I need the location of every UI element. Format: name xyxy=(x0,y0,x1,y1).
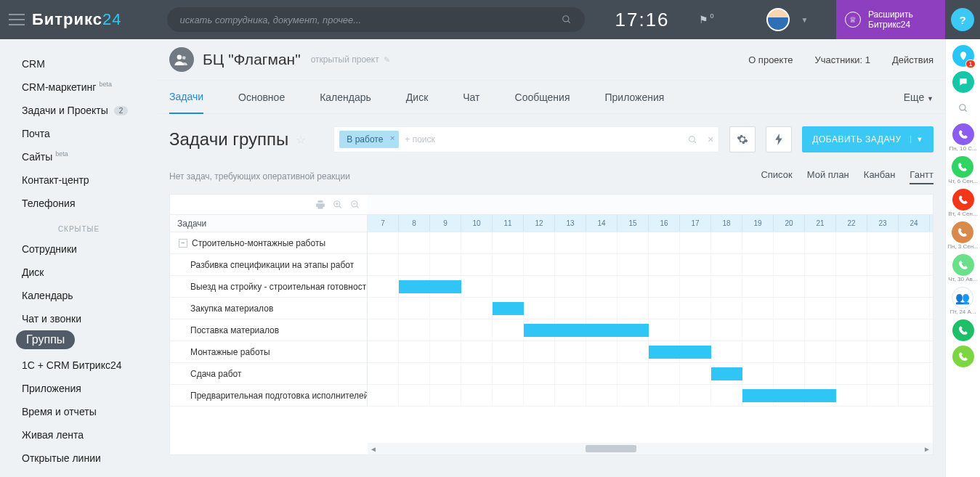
nav-item[interactable]: 1С + CRM Битрикс24 xyxy=(0,354,158,377)
nav-item[interactable]: Сотрудники xyxy=(0,237,158,261)
rail-item[interactable] xyxy=(952,97,974,119)
chip-remove-icon[interactable]: × xyxy=(390,134,394,142)
gantt-day: 11 xyxy=(493,215,524,232)
scroll-thumb[interactable] xyxy=(586,445,636,452)
nav-item[interactable]: Сайтыbeta xyxy=(0,145,158,168)
global-search[interactable] xyxy=(167,7,585,32)
gantt-timeline-row[interactable] xyxy=(368,341,933,363)
edit-icon[interactable]: ✎ xyxy=(384,55,390,65)
gantt-scrollbar[interactable]: ◄ ► xyxy=(368,443,933,454)
nav-item[interactable]: Телефония xyxy=(0,192,158,215)
help-button[interactable]: ? xyxy=(951,8,974,31)
chevron-down-icon[interactable]: ▼ xyxy=(910,136,923,143)
nav-item[interactable]: Диск xyxy=(0,261,158,284)
gantt-task-row[interactable]: Монтажные работы xyxy=(170,341,367,363)
project-title: БЦ "Флагман" xyxy=(203,51,301,68)
gantt-timeline[interactable]: 789101112131415161718192021222324 xyxy=(368,195,933,454)
gantt-bar[interactable] xyxy=(493,302,524,315)
nav-item[interactable]: Приложения xyxy=(0,377,158,400)
gantt-timeline-row[interactable] xyxy=(368,298,933,319)
add-task-button[interactable]: ДОБАВИТЬ ЗАДАЧУ▼ xyxy=(802,126,934,152)
gantt-task-row[interactable]: Выезд на стройку - строительная готовнос… xyxy=(170,276,367,298)
gantt-timeline-row[interactable] xyxy=(368,363,933,385)
gantt-task-row[interactable]: Закупка материалов xyxy=(170,298,367,319)
tab[interactable]: Сообщения xyxy=(515,80,570,114)
scroll-left-icon[interactable]: ◄ xyxy=(368,445,379,453)
svg-line-13 xyxy=(357,205,359,208)
gantt-timeline-row[interactable] xyxy=(368,385,933,407)
user-menu[interactable]: ▼ xyxy=(766,8,809,31)
view-option[interactable]: Список xyxy=(761,169,792,184)
nav-item[interactable]: Открытые линии xyxy=(0,447,158,470)
members-link[interactable]: Участники: 1 xyxy=(814,54,870,65)
tab-more[interactable]: Еще ▼ xyxy=(904,91,934,103)
rail-item[interactable]: 👥Пт, 24 А... xyxy=(949,287,976,315)
gantt-bar[interactable] xyxy=(742,389,836,402)
search-icon[interactable] xyxy=(688,135,697,144)
nav-item-active[interactable]: Группы xyxy=(16,330,75,349)
gantt-bar[interactable] xyxy=(399,280,461,293)
rail-item[interactable] xyxy=(952,346,974,367)
rail-item[interactable] xyxy=(952,71,974,93)
nav-item[interactable]: Контакт-центр xyxy=(0,168,158,192)
view-option[interactable]: Мой план xyxy=(807,169,849,184)
gantt-task-row[interactable]: Предварительная подготовка исполнителей xyxy=(170,385,367,407)
print-icon[interactable] xyxy=(315,200,325,210)
nav-item[interactable]: Задачи и Проекты2 xyxy=(0,99,158,122)
star-icon[interactable]: ☆ xyxy=(296,133,306,147)
gantt-task-row[interactable]: Поставка материалов xyxy=(170,319,367,341)
collapse-icon[interactable]: − xyxy=(179,239,187,248)
rail-item[interactable]: 1 xyxy=(952,45,974,67)
view-option[interactable]: Канбан xyxy=(864,169,896,184)
settings-button[interactable] xyxy=(729,126,756,152)
logo[interactable]: Битрикс24 xyxy=(32,10,122,29)
gantt-timeline-row[interactable] xyxy=(368,232,933,254)
nav-item[interactable]: CRM xyxy=(0,52,158,76)
gantt-timeline-row[interactable] xyxy=(368,254,933,276)
nav-item[interactable]: Живая лента xyxy=(0,423,158,447)
about-link[interactable]: О проекте xyxy=(748,54,793,65)
notifications-flag[interactable]: ⚑0 xyxy=(699,14,708,25)
automation-button[interactable] xyxy=(766,126,792,152)
rail-item[interactable]: Чт, 30 Ав... xyxy=(949,254,978,282)
gantt-bar[interactable] xyxy=(524,324,649,337)
tab[interactable]: Календарь xyxy=(320,80,371,114)
rail-item[interactable]: Чт, 6 Сен... xyxy=(948,156,978,184)
nav-item[interactable]: Почта xyxy=(0,122,158,145)
zoom-in-icon[interactable] xyxy=(333,200,343,210)
nav-item[interactable]: CRM-маркетингbeta xyxy=(0,76,158,99)
rail-item[interactable]: Пн, 10 С... xyxy=(949,123,976,152)
search-icon[interactable] xyxy=(562,15,572,25)
nav-item[interactable]: Календарь xyxy=(0,284,158,307)
menu-toggle[interactable] xyxy=(9,14,25,25)
clear-icon[interactable]: × xyxy=(708,134,713,145)
filter-box[interactable]: В работе× × xyxy=(333,126,719,152)
nav-item[interactable]: Чат и звонки xyxy=(0,307,158,330)
gantt-toolbar xyxy=(170,195,368,215)
gantt-bar[interactable] xyxy=(711,367,742,380)
gantt-timeline-row[interactable] xyxy=(368,319,933,341)
tab[interactable]: Приложения xyxy=(605,80,665,114)
gantt-day: 7 xyxy=(368,215,399,232)
tab[interactable]: Чат xyxy=(463,80,479,114)
filter-input[interactable] xyxy=(405,134,682,144)
gantt-timeline-row[interactable] xyxy=(368,276,933,298)
nav-item[interactable]: Время и отчеты xyxy=(0,400,158,423)
tab[interactable]: Диск xyxy=(406,80,428,114)
rail-item[interactable]: Пн, 3 Сен... xyxy=(947,221,979,250)
view-option[interactable]: Гантт xyxy=(910,169,934,184)
extend-button[interactable]: ♕ РасширитьБитрикс24 xyxy=(836,0,945,39)
gantt-task-row[interactable]: Сдача работ xyxy=(170,363,367,385)
actions-link[interactable]: Действия xyxy=(892,54,934,65)
gantt-bar[interactable] xyxy=(649,346,711,359)
rail-item[interactable]: Вт, 4 Сен... xyxy=(948,189,977,217)
tab[interactable]: Задачи xyxy=(169,80,203,114)
tab[interactable]: Основное xyxy=(238,80,285,114)
zoom-out-icon[interactable] xyxy=(350,200,360,210)
scroll-right-icon[interactable]: ► xyxy=(921,445,933,453)
filter-chip[interactable]: В работе× xyxy=(339,131,399,148)
rail-item[interactable] xyxy=(952,319,974,341)
gantt-task-row[interactable]: −Строительно-монтажные работы xyxy=(170,232,367,254)
search-input[interactable] xyxy=(180,15,562,25)
gantt-task-row[interactable]: Разбивка спецификации на этапы работ xyxy=(170,254,367,276)
